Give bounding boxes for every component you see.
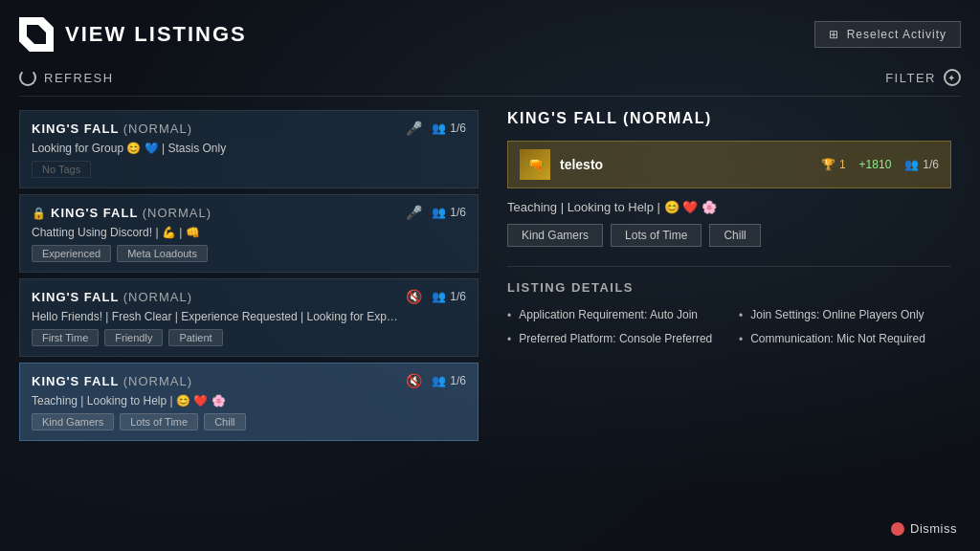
- dismiss-icon: [891, 522, 904, 536]
- listing-card-title: 🔒KING'S FALL (NORMAL): [32, 206, 212, 220]
- detail-tag-item: Kind Gamers: [507, 224, 603, 247]
- listing-meta: 🎤 👥 1/6: [406, 205, 466, 220]
- listing-description: Chatting Using Discord! | 💪 | 👊: [32, 226, 466, 239]
- player-row: 🔫 telesto 🏆 1 +1810 👥 1/6: [507, 141, 951, 188]
- logo-inner: [27, 25, 46, 44]
- listing-card-header: KING'S FALL (NORMAL) 🔇 👥 1/6: [32, 373, 466, 388]
- detail-item: •Communication: Mic Not Required: [739, 332, 951, 346]
- header-left: VIEW LISTINGS: [19, 17, 247, 52]
- bullet: •: [739, 333, 743, 346]
- detail-tag-item: Chill: [709, 224, 760, 247]
- detail-item-label: Join Settings: Online Players Only: [750, 308, 924, 321]
- details-col-1: •Application Requirement: Auto Join•Pref…: [507, 308, 720, 346]
- detail-item-label: Preferred Platform: Console Preferred: [519, 332, 712, 345]
- people-icon: 👥: [432, 206, 446, 219]
- bullet: •: [507, 333, 511, 346]
- detail-item-label: Communication: Mic Not Required: [750, 332, 925, 345]
- mic-icon: 🎤: [406, 205, 422, 220]
- detail-item: •Join Settings: Online Players Only: [739, 308, 951, 322]
- app-logo: [19, 17, 54, 52]
- listing-player-count: 👥 1/6: [432, 290, 466, 303]
- refresh-icon: [19, 69, 36, 86]
- lock-icon: 🔒: [32, 207, 47, 220]
- people-icon: 👥: [432, 374, 446, 387]
- tag-item: First Time: [32, 329, 99, 346]
- detail-item: •Preferred Platform: Console Preferred: [507, 332, 720, 346]
- detail-tag-item: Lots of Time: [611, 224, 702, 247]
- listing-mode: (NORMAL): [123, 121, 192, 136]
- tag-item: Experienced: [32, 245, 111, 262]
- listing-tags: Kind GamersLots of TimeChill: [32, 413, 466, 430]
- listing-card-header: 🔒KING'S FALL (NORMAL) 🎤 👥 1/6: [32, 205, 466, 220]
- listing-card-header: KING'S FALL (NORMAL) 🎤 👥 1/6: [32, 121, 466, 136]
- tag-item: Lots of Time: [120, 413, 198, 430]
- filter-icon: ✦: [944, 69, 961, 86]
- listing-card[interactable]: KING'S FALL (NORMAL) 🔇 👥 1/6 Teaching | …: [19, 363, 479, 441]
- details-grid: •Application Requirement: Auto Join•Pref…: [507, 308, 951, 346]
- tag-item: Patient: [168, 329, 222, 346]
- listing-tags: ExperiencedMeta Loadouts: [32, 245, 466, 262]
- people-icon: 👥: [432, 121, 446, 135]
- player-name: telesto: [560, 157, 812, 172]
- toolbar: REFRESH FILTER ✦: [19, 69, 961, 97]
- listing-mode: (NORMAL): [123, 374, 192, 388]
- listings-panel: KING'S FALL (NORMAL) 🎤 👥 1/6 Looking for…: [19, 110, 479, 541]
- reselect-icon: ⊞: [829, 28, 839, 41]
- listing-meta: 🔇 👥 1/6: [406, 289, 466, 304]
- player-wins: 🏆 1: [821, 158, 846, 171]
- reselect-activity-button[interactable]: ⊞ Reselect Activity: [814, 21, 961, 48]
- dismiss-label: Dismiss: [910, 521, 957, 536]
- listing-card-title: KING'S FALL (NORMAL): [32, 121, 192, 136]
- detail-item: •Application Requirement: Auto Join: [507, 308, 720, 322]
- player-count-stat: 👥 1/6: [904, 158, 939, 171]
- mic-off-icon: 🔇: [406, 373, 422, 388]
- details-col-2: •Join Settings: Online Players Only•Comm…: [739, 308, 951, 346]
- listing-player-count: 👥 1/6: [432, 206, 466, 219]
- bullet: •: [507, 309, 511, 322]
- listing-description: Looking for Group 😊 💙 | Stasis Only: [32, 142, 466, 155]
- filter-button[interactable]: FILTER ✦: [885, 69, 961, 86]
- mic-icon: 🎤: [406, 121, 422, 136]
- people-icon: 👥: [432, 290, 446, 303]
- listing-card-title: KING'S FALL (NORMAL): [32, 374, 192, 388]
- listing-tags: First TimeFriendlyPatient: [32, 329, 466, 346]
- page-header: VIEW LISTINGS ⊞ Reselect Activity: [19, 17, 961, 52]
- listing-player-count: 👥 1/6: [432, 374, 466, 387]
- page-title: VIEW LISTINGS: [65, 22, 247, 47]
- tag-item: Chill: [204, 413, 245, 430]
- tag-item: Kind Gamers: [32, 413, 114, 430]
- no-tags-label: No Tags: [32, 161, 91, 178]
- listing-player-count: 👥 1/6: [432, 121, 466, 135]
- detail-panel: KING'S FALL (NORMAL) 🔫 telesto 🏆 1 +1810: [498, 110, 961, 541]
- listing-card-header: KING'S FALL (NORMAL) 🔇 👥 1/6: [32, 289, 466, 304]
- listing-description: Teaching | Looking to Help | 😊 ❤️ 🌸: [32, 394, 466, 408]
- bullet: •: [739, 309, 743, 322]
- tag-item: Meta Loadouts: [117, 245, 208, 262]
- listing-meta: 🎤 👥 1/6: [406, 121, 466, 136]
- listing-card[interactable]: KING'S FALL (NORMAL) 🔇 👥 1/6 Hello Frien…: [19, 278, 479, 357]
- listing-meta: 🔇 👥 1/6: [406, 373, 466, 388]
- listing-card[interactable]: 🔒KING'S FALL (NORMAL) 🎤 👥 1/6 Chatting U…: [19, 194, 479, 273]
- detail-title: KING'S FALL (NORMAL): [507, 110, 951, 127]
- listing-description: Hello Friends! | Fresh Clear | Experienc…: [32, 310, 466, 323]
- player-power: +1810: [859, 158, 892, 171]
- main-content: KING'S FALL (NORMAL) 🎤 👥 1/6 Looking for…: [19, 110, 961, 541]
- mic-off-icon: 🔇: [406, 289, 422, 304]
- player-avatar: 🔫: [520, 149, 550, 180]
- player-stats: 🏆 1 +1810 👥 1/6: [821, 158, 939, 171]
- dismiss-area[interactable]: Dismiss: [891, 521, 957, 536]
- detail-item-label: Application Requirement: Auto Join: [519, 308, 698, 321]
- listing-card-title: KING'S FALL (NORMAL): [32, 290, 192, 304]
- tag-item: Friendly: [104, 329, 163, 346]
- listing-card[interactable]: KING'S FALL (NORMAL) 🎤 👥 1/6 Looking for…: [19, 110, 479, 188]
- detail-tags: Kind GamersLots of TimeChill: [507, 224, 951, 247]
- listing-mode: (NORMAL): [143, 206, 212, 220]
- listing-tags: No Tags: [32, 161, 466, 178]
- listing-mode: (NORMAL): [123, 290, 192, 304]
- refresh-button[interactable]: REFRESH: [19, 69, 114, 86]
- listing-details-heading: LISTING DETAILS: [507, 266, 951, 295]
- detail-description: Teaching | Looking to Help | 😊 ❤️ 🌸: [507, 200, 951, 214]
